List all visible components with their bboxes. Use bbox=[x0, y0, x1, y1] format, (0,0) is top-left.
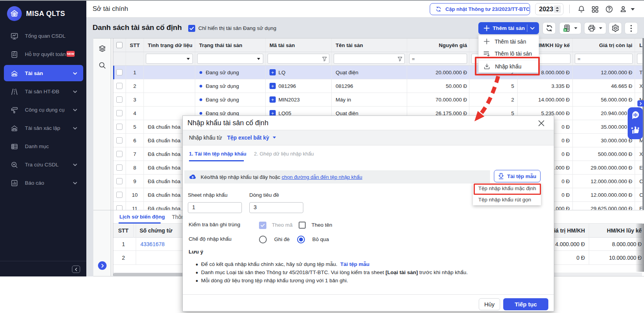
svg-text:X: X bbox=[564, 29, 566, 32]
